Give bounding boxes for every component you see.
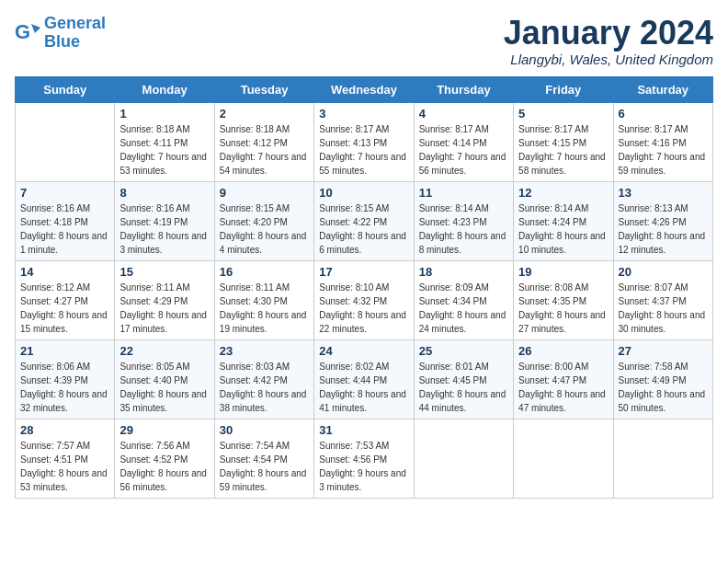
day-number: 3 — [319, 107, 408, 121]
day-info: Sunrise: 8:05 AMSunset: 4:40 PMDaylight:… — [119, 360, 209, 415]
day-info: Sunrise: 7:53 AMSunset: 4:56 PMDaylight:… — [319, 439, 408, 494]
day-info: Sunrise: 8:17 AMSunset: 4:16 PMDaylight:… — [619, 122, 708, 178]
day-info: Sunrise: 8:16 AMSunset: 4:19 PMDaylight:… — [119, 201, 209, 257]
day-number: 10 — [319, 186, 408, 200]
header-row: Sunday Monday Tuesday Wednesday Thursday… — [16, 76, 713, 102]
header-friday: Friday — [514, 76, 613, 102]
day-info: Sunrise: 8:11 AMSunset: 4:29 PMDaylight:… — [119, 281, 209, 336]
header-monday: Monday — [115, 76, 214, 102]
day-number: 20 — [619, 265, 708, 279]
cell-4-4: 24Sunrise: 8:02 AMSunset: 4:44 PMDayligh… — [314, 339, 414, 419]
day-info: Sunrise: 8:06 AMSunset: 4:39 PMDaylight:… — [20, 360, 109, 415]
svg-text:G: G — [15, 20, 30, 43]
day-info: Sunrise: 8:17 AMSunset: 4:14 PMDaylight:… — [419, 122, 508, 178]
day-number: 11 — [419, 186, 508, 200]
day-info: Sunrise: 8:11 AMSunset: 4:30 PMDaylight:… — [220, 281, 309, 336]
day-info: Sunrise: 8:16 AMSunset: 4:18 PMDaylight:… — [20, 201, 109, 257]
cell-4-1: 21Sunrise: 8:06 AMSunset: 4:39 PMDayligh… — [16, 339, 115, 419]
header-wednesday: Wednesday — [314, 76, 414, 102]
day-info: Sunrise: 8:17 AMSunset: 4:15 PMDaylight:… — [518, 122, 608, 178]
day-number: 4 — [419, 107, 508, 121]
logo-general: General — [44, 14, 106, 32]
day-info: Sunrise: 8:15 AMSunset: 4:20 PMDaylight:… — [220, 201, 309, 257]
day-number: 30 — [220, 423, 309, 437]
header-sunday: Sunday — [16, 76, 115, 102]
cell-3-4: 17Sunrise: 8:10 AMSunset: 4:32 PMDayligh… — [314, 260, 414, 339]
day-number: 21 — [20, 344, 109, 358]
cell-2-2: 8Sunrise: 8:16 AMSunset: 4:19 PMDaylight… — [115, 181, 214, 260]
calendar-header: Sunday Monday Tuesday Wednesday Thursday… — [16, 76, 713, 102]
cell-2-7: 13Sunrise: 8:13 AMSunset: 4:26 PMDayligh… — [613, 181, 712, 260]
day-info: Sunrise: 8:02 AMSunset: 4:44 PMDaylight:… — [319, 360, 408, 415]
cell-1-6: 5Sunrise: 8:17 AMSunset: 4:15 PMDaylight… — [514, 102, 613, 181]
header-tuesday: Tuesday — [214, 76, 313, 102]
week-row-2: 7Sunrise: 8:16 AMSunset: 4:18 PMDaylight… — [16, 181, 713, 260]
day-number: 15 — [119, 265, 209, 279]
logo-blue: Blue — [44, 32, 80, 51]
day-info: Sunrise: 8:17 AMSunset: 4:13 PMDaylight:… — [319, 122, 408, 178]
day-number: 18 — [419, 265, 508, 279]
cell-4-6: 26Sunrise: 8:00 AMSunset: 4:47 PMDayligh… — [514, 339, 613, 419]
cell-4-7: 27Sunrise: 7:58 AMSunset: 4:49 PMDayligh… — [613, 339, 712, 419]
cell-3-2: 15Sunrise: 8:11 AMSunset: 4:29 PMDayligh… — [115, 260, 214, 339]
cell-2-4: 10Sunrise: 8:15 AMSunset: 4:22 PMDayligh… — [314, 181, 414, 260]
day-info: Sunrise: 8:12 AMSunset: 4:27 PMDaylight:… — [20, 281, 109, 336]
day-number: 31 — [319, 423, 408, 437]
cell-3-3: 16Sunrise: 8:11 AMSunset: 4:30 PMDayligh… — [214, 260, 313, 339]
logo-text: General Blue — [44, 15, 106, 52]
day-info: Sunrise: 8:18 AMSunset: 4:12 PMDaylight:… — [220, 122, 309, 178]
cell-5-4: 31Sunrise: 7:53 AMSunset: 4:56 PMDayligh… — [314, 419, 414, 498]
cell-2-3: 9Sunrise: 8:15 AMSunset: 4:20 PMDaylight… — [214, 181, 313, 260]
week-row-4: 21Sunrise: 8:06 AMSunset: 4:39 PMDayligh… — [16, 339, 713, 419]
cell-5-6 — [514, 419, 613, 498]
cell-1-3: 2Sunrise: 8:18 AMSunset: 4:12 PMDaylight… — [214, 102, 313, 181]
day-number: 7 — [20, 186, 109, 200]
day-info: Sunrise: 7:58 AMSunset: 4:49 PMDaylight:… — [619, 360, 708, 415]
calendar-body: 1Sunrise: 8:18 AMSunset: 4:11 PMDaylight… — [16, 102, 713, 498]
day-number: 16 — [220, 265, 309, 279]
title-block: January 2024 Llangybi, Wales, United Kin… — [504, 15, 713, 67]
day-info: Sunrise: 8:15 AMSunset: 4:22 PMDaylight:… — [319, 201, 408, 257]
day-info: Sunrise: 7:54 AMSunset: 4:54 PMDaylight:… — [220, 439, 309, 494]
week-row-5: 28Sunrise: 7:57 AMSunset: 4:51 PMDayligh… — [16, 419, 713, 498]
cell-3-6: 19Sunrise: 8:08 AMSunset: 4:35 PMDayligh… — [514, 260, 613, 339]
page-header: G General Blue January 2024 Llangybi, Wa… — [15, 15, 713, 67]
cell-1-7: 6Sunrise: 8:17 AMSunset: 4:16 PMDaylight… — [613, 102, 712, 181]
day-info: Sunrise: 8:18 AMSunset: 4:11 PMDaylight:… — [119, 122, 209, 178]
day-number: 9 — [220, 186, 309, 200]
cell-4-5: 25Sunrise: 8:01 AMSunset: 4:45 PMDayligh… — [414, 339, 513, 419]
day-info: Sunrise: 7:57 AMSunset: 4:51 PMDaylight:… — [20, 439, 109, 494]
cell-2-6: 12Sunrise: 8:14 AMSunset: 4:24 PMDayligh… — [514, 181, 613, 260]
location: Llangybi, Wales, United Kingdom — [504, 52, 713, 67]
cell-2-1: 7Sunrise: 8:16 AMSunset: 4:18 PMDaylight… — [16, 181, 115, 260]
cell-3-5: 18Sunrise: 8:09 AMSunset: 4:34 PMDayligh… — [414, 260, 513, 339]
logo: G General Blue — [15, 15, 106, 52]
cell-2-5: 11Sunrise: 8:14 AMSunset: 4:23 PMDayligh… — [414, 181, 513, 260]
day-info: Sunrise: 8:09 AMSunset: 4:34 PMDaylight:… — [419, 281, 508, 336]
svg-marker-1 — [31, 24, 40, 33]
day-number: 1 — [119, 107, 209, 121]
day-number: 29 — [119, 423, 209, 437]
day-number: 23 — [220, 344, 309, 358]
cell-4-3: 23Sunrise: 8:03 AMSunset: 4:42 PMDayligh… — [214, 339, 313, 419]
day-info: Sunrise: 8:14 AMSunset: 4:23 PMDaylight:… — [419, 201, 508, 257]
day-number: 22 — [119, 344, 209, 358]
day-info: Sunrise: 8:07 AMSunset: 4:37 PMDaylight:… — [619, 281, 708, 336]
cell-3-1: 14Sunrise: 8:12 AMSunset: 4:27 PMDayligh… — [16, 260, 115, 339]
day-number: 5 — [518, 107, 608, 121]
day-info: Sunrise: 8:01 AMSunset: 4:45 PMDaylight:… — [419, 360, 508, 415]
cell-4-2: 22Sunrise: 8:05 AMSunset: 4:40 PMDayligh… — [115, 339, 214, 419]
cell-5-3: 30Sunrise: 7:54 AMSunset: 4:54 PMDayligh… — [214, 419, 313, 498]
day-info: Sunrise: 8:03 AMSunset: 4:42 PMDaylight:… — [220, 360, 309, 415]
logo-icon: G — [15, 20, 40, 46]
calendar-table: Sunday Monday Tuesday Wednesday Thursday… — [15, 76, 713, 499]
day-info: Sunrise: 8:14 AMSunset: 4:24 PMDaylight:… — [518, 201, 608, 257]
cell-5-7 — [613, 419, 712, 498]
header-saturday: Saturday — [613, 76, 712, 102]
week-row-1: 1Sunrise: 8:18 AMSunset: 4:11 PMDaylight… — [16, 102, 713, 181]
day-number: 26 — [518, 344, 608, 358]
day-number: 13 — [619, 186, 708, 200]
day-number: 6 — [619, 107, 708, 121]
cell-1-2: 1Sunrise: 8:18 AMSunset: 4:11 PMDaylight… — [115, 102, 214, 181]
month-title: January 2024 — [504, 15, 713, 52]
